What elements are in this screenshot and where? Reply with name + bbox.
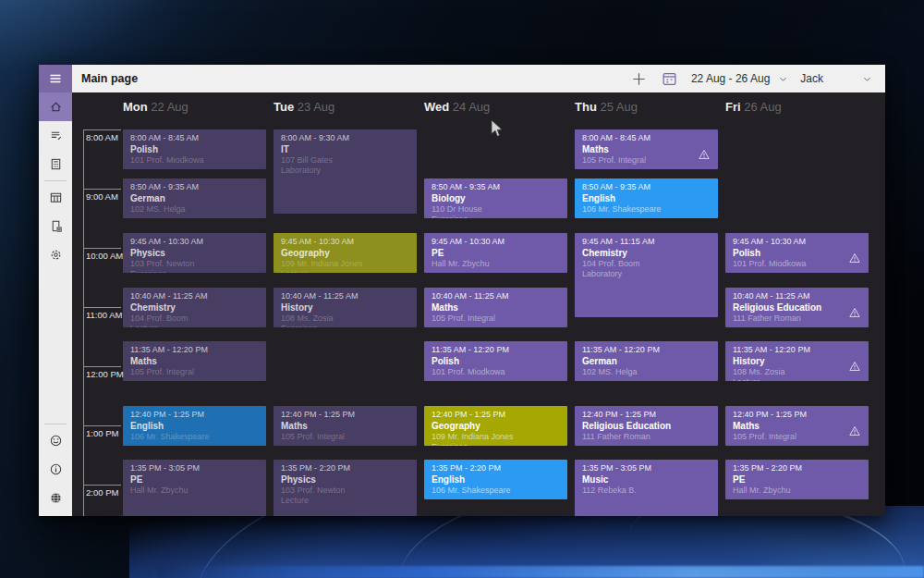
event-subject: Religious Education bbox=[582, 421, 711, 433]
chevron-down-icon bbox=[778, 74, 788, 84]
event-card[interactable]: 8:50 AM - 9:35 AM German 102 MS. Helga bbox=[123, 178, 266, 218]
page-title: Main page bbox=[81, 72, 138, 85]
event-card[interactable]: 10:40 AM - 11:25 AM Chemistry 104 Prof. … bbox=[123, 288, 266, 327]
warning-icon bbox=[848, 424, 861, 441]
event-location: 102 MS. Helga bbox=[582, 367, 711, 377]
hour-label: 12:00 PM bbox=[84, 367, 121, 379]
day-name: Mon bbox=[123, 100, 148, 114]
nav-about[interactable] bbox=[39, 455, 72, 484]
calculator-icon bbox=[49, 157, 63, 171]
day-header: Thu 25 Aug bbox=[575, 100, 718, 129]
event-card[interactable]: 12:40 PM - 1:25 PM Maths 105 Prof. Integ… bbox=[725, 406, 869, 446]
date-range-dropdown[interactable]: 22 Aug - 26 Aug bbox=[691, 72, 788, 85]
event-time: 9:45 AM - 10:30 AM bbox=[432, 237, 560, 248]
event-subject: Polish bbox=[733, 248, 861, 260]
event-card[interactable]: 1:35 PM - 2:20 PM Physics 103 Prof. Newt… bbox=[274, 460, 417, 516]
titlebar-actions: 22 Aug - 26 Aug Jack bbox=[630, 69, 885, 88]
event-card[interactable]: 11:35 AM - 12:20 PM Maths 105 Prof. Inte… bbox=[123, 341, 266, 381]
wallpaper-bright-edge bbox=[157, 566, 924, 578]
nav-calculator[interactable] bbox=[39, 150, 72, 178]
event-location: 102 MS. Helga bbox=[130, 204, 259, 215]
event-time: 11:35 AM - 12:20 PM bbox=[432, 345, 560, 356]
event-card[interactable]: 11:35 AM - 12:20 PM History 108 Ms. Zosi… bbox=[725, 341, 869, 381]
event-location: 104 Prof. Boom bbox=[130, 314, 259, 324]
event-time: 10:40 AM - 11:25 AM bbox=[281, 291, 409, 302]
event-time: 12:40 PM - 1:25 PM bbox=[130, 410, 259, 421]
nav-notes[interactable] bbox=[39, 121, 72, 150]
event-time: 12:40 PM - 1:25 PM bbox=[582, 410, 711, 421]
hamburger-button[interactable] bbox=[39, 65, 72, 92]
nav-export[interactable] bbox=[39, 212, 72, 240]
event-card[interactable]: 12:40 PM - 1:25 PM Geography 109 Mr. Ind… bbox=[424, 406, 567, 446]
hour-tick: 1:00 PM bbox=[84, 425, 121, 438]
event-location: 109 Mr. Indiana Jones bbox=[432, 432, 560, 442]
event-card[interactable]: 1:35 PM - 2:20 PM PE Hall Mr. Zbychu bbox=[725, 460, 869, 499]
event-note: Laboratory bbox=[281, 166, 409, 176]
event-card[interactable]: 8:00 AM - 8:45 AM Maths 105 Prof. Integr… bbox=[575, 129, 718, 169]
hour-label: 10:00 AM bbox=[84, 249, 121, 261]
warning-icon bbox=[698, 148, 711, 165]
event-subject: Physics bbox=[130, 248, 259, 260]
event-note: Lecture bbox=[281, 496, 409, 506]
event-card[interactable]: 1:35 PM - 3:05 PM Music 112 Rebeka B. bbox=[575, 460, 718, 516]
event-subject: PE bbox=[432, 248, 560, 260]
day-header: Wed 24 Aug bbox=[424, 100, 567, 129]
nav-home[interactable] bbox=[39, 92, 72, 121]
event-card[interactable]: 8:00 AM - 8:45 AM Polish 101 Prof. Miodk… bbox=[123, 129, 266, 169]
event-time: 10:40 AM - 11:25 AM bbox=[432, 291, 560, 302]
add-lesson-button[interactable] bbox=[630, 69, 649, 88]
event-location: 105 Prof. Integral bbox=[582, 155, 711, 166]
event-subject: Maths bbox=[432, 302, 560, 314]
nav-settings[interactable] bbox=[39, 240, 72, 269]
event-card[interactable]: 9:45 AM - 10:30 AM Geography 109 Mr. Ind… bbox=[274, 233, 417, 273]
event-time: 8:50 AM - 9:35 AM bbox=[130, 182, 259, 193]
event-card[interactable]: 9:45 AM - 10:30 AM PE Hall Mr. Zbychu bbox=[424, 233, 567, 273]
nav-feedback[interactable] bbox=[39, 426, 72, 455]
event-location: Hall Mr. Zbychu bbox=[432, 259, 560, 269]
event-location: Hall Mr. Zbychu bbox=[733, 486, 861, 496]
window-body: 8:00 AM9:00 AM10:00 AM11:00 AM12:00 PM1:… bbox=[39, 92, 885, 516]
event-card[interactable]: 11:35 AM - 12:20 PM Polish 101 Prof. Mio… bbox=[424, 341, 567, 381]
event-card[interactable]: 12:40 PM - 1:25 PM Maths 105 Prof. Integ… bbox=[274, 406, 417, 446]
user-dropdown[interactable]: Jack bbox=[800, 72, 872, 85]
warning-icon bbox=[848, 306, 861, 323]
event-card[interactable]: 10:40 AM - 11:25 AM Maths 105 Prof. Inte… bbox=[424, 288, 567, 327]
event-card[interactable]: 9:45 AM - 11:15 AM Chemistry 104 Prof. B… bbox=[575, 233, 718, 317]
event-card[interactable]: 12:40 PM - 1:25 PM English 106 Mr. Shake… bbox=[123, 406, 266, 446]
hamburger-icon bbox=[48, 71, 63, 86]
event-subject: Maths bbox=[733, 421, 861, 433]
event-card[interactable]: 8:50 AM - 9:35 AM Biology 110 Dr House E… bbox=[424, 178, 567, 218]
nav-language[interactable] bbox=[39, 484, 72, 512]
event-subject: German bbox=[582, 356, 711, 368]
event-card[interactable]: 1:35 PM - 3:05 PM PE Hall Mr. Zbychu bbox=[123, 460, 266, 516]
event-time: 12:40 PM - 1:25 PM bbox=[432, 410, 560, 421]
event-card[interactable]: 9:45 AM - 10:30 AM Physics 103 Prof. New… bbox=[123, 233, 266, 273]
event-note: Lecture bbox=[733, 377, 861, 381]
event-time: 9:45 AM - 10:30 AM bbox=[130, 237, 259, 248]
event-location: 103 Prof. Newton bbox=[130, 259, 259, 269]
day-column: Thu 25 Aug 8:00 AM - 8:45 AM Maths 105 P… bbox=[575, 100, 718, 516]
add-icon bbox=[631, 71, 647, 87]
event-card[interactable]: 10:40 AM - 11:25 AM History 108 Ms. Zosi… bbox=[274, 288, 417, 327]
week-picker-button[interactable] bbox=[661, 69, 679, 88]
event-card[interactable]: 10:40 AM - 11:25 AM Religious Education … bbox=[725, 288, 869, 327]
event-card[interactable]: 9:45 AM - 10:30 AM Polish 101 Prof. Miod… bbox=[725, 233, 869, 273]
event-subject: Physics bbox=[281, 474, 409, 486]
event-location: 105 Prof. Integral bbox=[281, 432, 409, 442]
day-name: Fri bbox=[725, 100, 741, 114]
event-note: Exercises bbox=[281, 324, 409, 327]
event-card[interactable]: 8:00 AM - 9:30 AM IT 107 Bill Gates Labo… bbox=[274, 129, 417, 214]
event-card[interactable]: 8:50 AM - 9:35 AM English 106 Mr. Shakes… bbox=[575, 178, 718, 218]
event-location: 107 Bill Gates bbox=[281, 155, 409, 166]
event-subject: Maths bbox=[281, 421, 409, 433]
event-card[interactable]: 11:35 AM - 12:20 PM German 102 MS. Helga bbox=[575, 341, 718, 381]
smiley-icon bbox=[49, 434, 63, 448]
event-time: 12:40 PM - 1:25 PM bbox=[281, 410, 409, 421]
nav-timetable[interactable] bbox=[39, 183, 72, 212]
event-note: Laboratory bbox=[582, 269, 711, 279]
chevron-down-icon bbox=[862, 74, 872, 84]
timetable-icon bbox=[49, 191, 63, 204]
event-card[interactable]: 12:40 PM - 1:25 PM Religious Education 1… bbox=[575, 406, 718, 446]
event-time: 1:35 PM - 2:20 PM bbox=[432, 463, 560, 474]
event-card[interactable]: 1:35 PM - 2:20 PM English 106 Mr. Shakes… bbox=[424, 460, 567, 499]
